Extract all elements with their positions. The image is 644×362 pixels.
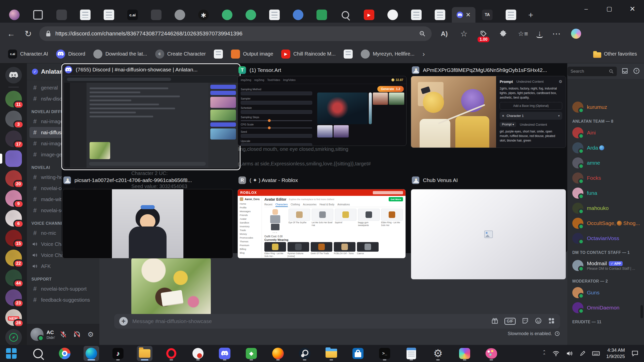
roblox-nav-trade[interactable]: Trade xyxy=(240,229,260,232)
server-9[interactable]: 22 xyxy=(5,250,22,266)
settings-taskbar-button[interactable] xyxy=(430,346,446,361)
bookmarks-overflow-chevron[interactable]: › xyxy=(419,50,428,58)
chat-image-attachment[interactable] xyxy=(131,257,211,316)
pinned-tab-1[interactable] xyxy=(50,7,73,23)
user-avatar[interactable] xyxy=(30,328,44,341)
roblox-item[interactable]: Squirrel xyxy=(335,209,356,234)
add-base-img-button[interactable]: Add a Base Img (Optional) xyxy=(500,102,562,110)
maximize-button[interactable]: ▢ xyxy=(598,0,621,18)
tiktok-taskbar-button[interactable] xyxy=(110,346,126,361)
member-amne[interactable]: amne xyxy=(572,155,641,170)
search-taskbar-button[interactable] xyxy=(30,346,46,361)
bookmark-chill-raincode-m-[interactable]: Chill Raincode M... xyxy=(278,48,339,61)
roblox-nav-promocodes[interactable]: Promocodes xyxy=(240,236,260,239)
server-6[interactable]: 9 xyxy=(5,190,22,207)
attach-plus-icon[interactable]: + xyxy=(119,317,128,326)
server-2[interactable]: 3 xyxy=(5,111,22,127)
apps-shapes-icon[interactable] xyxy=(548,317,555,325)
bookmark-download-the-lat-[interactable]: Download the lat... xyxy=(90,48,151,61)
tab-doc-4[interactable] xyxy=(405,7,428,23)
steam-taskbar-button[interactable] xyxy=(297,346,312,361)
more-menu-icon[interactable] xyxy=(550,28,562,40)
member-modmail[interactable]: Modmail✓ APPPlease DM to Contact Staff |… xyxy=(572,256,641,275)
roblox-nav-messages[interactable]: Messages xyxy=(240,210,260,213)
tab-blue-1[interactable] xyxy=(286,7,310,23)
copilot-icon[interactable] xyxy=(570,28,582,40)
window-card-picsart[interactable]: picsart-1a0072ef-c201-4706-aafc-9961cab6… xyxy=(62,175,233,258)
window-thumbnail-picsart[interactable] xyxy=(62,189,233,258)
roblox-tab[interactable]: Clothing xyxy=(291,203,300,207)
other-favorites-button[interactable]: Other favorites xyxy=(592,50,639,59)
roblox-nav-money[interactable]: Money xyxy=(240,233,260,235)
roblox-nav-avatar[interactable]: Avatar xyxy=(240,217,260,220)
roblox-tab[interactable]: Animations xyxy=(337,203,350,207)
window-card-novelai[interactable]: APmEXPrG3f8MEPqZMgU6Nn5h9gOyb1sFSHx42...… xyxy=(411,65,566,148)
member-kurumuz[interactable]: kurumuz xyxy=(572,100,641,115)
help-icon[interactable]: ? xyxy=(633,67,640,75)
roblox-tab[interactable]: Head & Body xyxy=(319,203,334,207)
chrome-taskbar-button[interactable] xyxy=(57,346,72,361)
youtube-tab[interactable] xyxy=(357,7,381,23)
char-prompt-tab[interactable]: Prompt ▾ xyxy=(500,122,516,127)
roblox-nav-profile[interactable]: Profile xyxy=(240,206,260,209)
window-card-roblox[interactable]: ( ✦ ) Avatar - RobloxROBLOX Aaron_Cereza… xyxy=(237,175,406,258)
window-card-chub[interactable]: Chub Venus AI xyxy=(411,175,566,280)
chatgpt-tab[interactable] xyxy=(192,7,215,23)
profile-tab[interactable] xyxy=(3,7,26,23)
member-mahouko[interactable]: mahouko xyxy=(572,201,641,216)
roblox-tab[interactable]: Characters xyxy=(275,203,288,207)
deafen-muted-icon[interactable] xyxy=(72,329,82,340)
gif-picker-icon[interactable]: GIF xyxy=(504,318,516,325)
bookmark-output-image[interactable]: Output image xyxy=(227,48,277,61)
roblox-nav-billing[interactable]: Billing xyxy=(240,248,260,250)
wifi-icon[interactable] xyxy=(552,350,559,356)
worn-item[interactable]: Geek Of The Trade xyxy=(311,242,332,257)
bookmark-myrezyn-hellfire-[interactable]: Myrezyn, Hellfire... xyxy=(357,48,418,61)
sticker-icon[interactable] xyxy=(522,317,529,325)
emoji-icon[interactable] xyxy=(535,317,542,325)
close-window-button[interactable]: ✕ xyxy=(621,0,644,18)
window-thumbnail-tensor[interactable]: img2imgreg2imgText/VideoImg/Video 32.87 … xyxy=(237,76,407,146)
roblox-nav-friends[interactable]: Friends xyxy=(240,214,260,216)
server-7[interactable]: 6 xyxy=(5,210,22,227)
tab-doc-1[interactable] xyxy=(73,7,97,23)
gift-icon[interactable] xyxy=(491,317,498,325)
member-arda[interactable]: Arda xyxy=(572,140,641,155)
terminal-taskbar-button[interactable] xyxy=(377,346,392,361)
bookmark-4[interactable] xyxy=(210,48,226,61)
member-octavianvoss[interactable]: OctavianVoss xyxy=(572,231,641,246)
member-aini[interactable]: Aini xyxy=(572,125,641,140)
start-taskbar-button[interactable] xyxy=(4,346,19,361)
window-card-discord-mini[interactable]: (7655) Discord | #nai-diffusion-showcase… xyxy=(61,63,240,170)
member-focks[interactable]: Focks xyxy=(572,170,641,186)
get-more-button[interactable]: Get More xyxy=(389,197,403,201)
window-thumbnail-discord-mini[interactable] xyxy=(64,75,238,168)
zoom-icon[interactable] xyxy=(419,30,426,37)
bookmark-7[interactable] xyxy=(340,48,356,61)
member-omnidaemon[interactable]: OmniDaemon xyxy=(572,300,641,315)
server-3[interactable]: 17 xyxy=(5,130,22,147)
downloads-icon[interactable] xyxy=(536,29,543,38)
tray-expand-icon[interactable]: ⌃⌃ xyxy=(543,350,546,357)
green-taskbar-button[interactable] xyxy=(244,346,259,361)
roblox-nav-home[interactable]: Home xyxy=(240,202,260,205)
notepad-taskbar-button[interactable] xyxy=(404,346,419,361)
roblox-item[interactable]: Eye Of The Scythe xyxy=(289,209,310,234)
worn-item[interactable]: Elden Ring - Let Me Solo Her - xyxy=(264,242,286,257)
character-ai-tab[interactable]: c.ai xyxy=(121,7,144,23)
roblox-nav-themes[interactable]: Themes xyxy=(240,240,260,243)
bookmark-create-character[interactable]: Create Character xyxy=(152,48,209,61)
palette-taskbar-button[interactable] xyxy=(484,346,499,361)
roblox-item[interactable]: Let Me Solo Her Bowl Hat xyxy=(312,209,333,234)
server-1[interactable]: 11 xyxy=(5,91,22,107)
generate-button[interactable]: Generate1.2 xyxy=(377,86,404,92)
shopping-tag-icon[interactable]: 1.00 xyxy=(477,28,490,40)
roblox-tab[interactable]: Accessories xyxy=(303,203,316,207)
back-button[interactable] xyxy=(5,28,17,40)
server-12[interactable]: NEW28 xyxy=(5,309,22,326)
opera-taskbar-button[interactable] xyxy=(164,346,179,361)
tab-doc-5[interactable] xyxy=(428,7,452,23)
channel-novelai-tech-support[interactable]: #novelai-tech-support xyxy=(29,283,97,294)
pen-icon[interactable] xyxy=(580,350,586,356)
worn-item[interactable]: Ryomen Sukuna [Anime] xyxy=(288,242,309,257)
